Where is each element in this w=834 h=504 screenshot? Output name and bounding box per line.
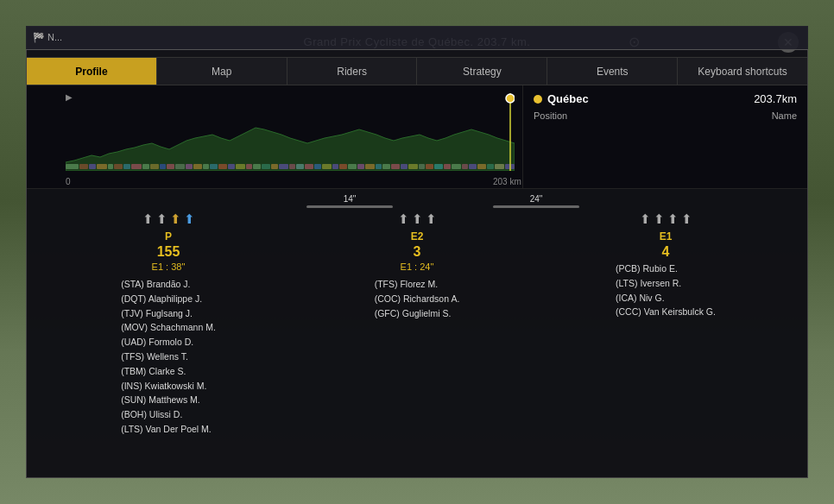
rider-entry: (TFS) Wellens T. [121, 350, 216, 364]
svg-rect-41 [419, 164, 425, 169]
rider-icon: ⬆ [426, 211, 437, 227]
svg-rect-37 [382, 164, 390, 169]
svg-rect-28 [305, 164, 313, 169]
svg-rect-23 [262, 164, 270, 169]
rider-entry: (STA) Brandão J. [121, 277, 216, 292]
group-E1: ⬆ ⬆ ⬆ ⬆ E1 4 (PCB) Rubio E. (LTS) Iverse… [605, 211, 726, 319]
svg-rect-36 [376, 164, 382, 169]
svg-rect-13 [175, 164, 185, 169]
svg-rect-20 [236, 164, 245, 169]
rider-icon: ⬆ [681, 211, 692, 227]
tab-map[interactable]: Map [157, 58, 287, 85]
svg-rect-3 [89, 164, 96, 169]
svg-rect-17 [210, 164, 218, 169]
rider-entry: (TBM) Clarke S. [121, 364, 216, 379]
tab-strategy[interactable]: Strategy [417, 58, 547, 85]
svg-rect-12 [167, 164, 174, 169]
main-window: Grand Prix Cycliste de Québec. 203.7 km.… [26, 26, 808, 478]
svg-rect-22 [253, 164, 261, 169]
rider-icon: ⬆ [156, 211, 167, 227]
rider-entry: (LTS) Iversen R. [616, 276, 716, 291]
group-E1-type: E1 [660, 230, 673, 243]
svg-rect-5 [108, 164, 113, 169]
svg-rect-25 [279, 164, 288, 169]
svg-rect-35 [365, 164, 375, 169]
rider-icon: ⬆ [654, 211, 665, 227]
rider-entry: (UAD) Formolo D. [121, 335, 216, 350]
location-dot-icon [534, 95, 542, 104]
group-P-riders: (STA) Brandão J. (DQT) Alaphilippe J. (T… [121, 277, 216, 437]
svg-rect-1 [66, 164, 79, 169]
svg-rect-10 [150, 164, 159, 169]
svg-rect-42 [426, 164, 433, 169]
rider-entry: (SUN) Matthews M. [121, 393, 216, 407]
svg-rect-30 [322, 164, 332, 169]
svg-rect-7 [123, 164, 130, 169]
profile-chart: ▶ 0 203 km Québec 203.7km Position Name [27, 85, 807, 189]
svg-rect-27 [296, 164, 304, 169]
content-area: ▶ 0 203 km Québec 203.7km Position Name [27, 85, 807, 477]
rider-icon: ⬆ [170, 211, 181, 227]
gap-14-label: 14" [344, 194, 357, 204]
svg-rect-33 [348, 164, 357, 169]
svg-rect-32 [339, 164, 347, 169]
svg-rect-40 [408, 164, 418, 169]
rider-icon: ⬆ [667, 211, 679, 227]
rider-entry: (ICA) Niv G. [616, 291, 716, 306]
svg-rect-50 [495, 164, 504, 169]
rider-icon: ⬆ [398, 211, 409, 227]
svg-rect-6 [114, 164, 123, 169]
svg-rect-31 [332, 164, 338, 169]
svg-rect-39 [401, 164, 408, 169]
rider-entry: (MOV) Schachmann M. [121, 320, 216, 335]
tab-keyboard[interactable]: Keyboard shortcuts [678, 58, 807, 85]
svg-rect-14 [186, 164, 193, 169]
svg-rect-38 [391, 164, 400, 169]
group-E2-count: 3 [414, 244, 421, 260]
svg-rect-26 [289, 164, 295, 169]
col-position-header: Position [534, 110, 567, 121]
svg-rect-34 [357, 164, 364, 169]
rider-icon: ⬆ [184, 211, 195, 227]
gap-24-label: 24" [530, 194, 543, 204]
svg-rect-29 [314, 164, 321, 169]
group-E2-time: E1 : 24" [401, 261, 434, 272]
rider-icon: ⬆ [142, 211, 154, 227]
svg-rect-43 [434, 164, 443, 169]
svg-rect-16 [203, 164, 209, 169]
tab-events[interactable]: Events [547, 58, 678, 85]
location-name: Québec [547, 92, 589, 105]
rider-entry: (LTS) Van Der Poel M. [121, 422, 216, 437]
group-P: ⬆ ⬆ ⬆ ⬆ P 155 E1 : 38" (STA) Brandão J. … [108, 211, 229, 437]
gap-24-bar [493, 205, 579, 208]
terrain-svg [66, 93, 515, 171]
group-E2-type: E2 [411, 230, 424, 243]
location-panel: Québec 203.7km Position Name [522, 85, 807, 188]
rider-icon: ⬆ [640, 211, 651, 227]
km-end: 203 km [493, 177, 521, 186]
svg-rect-47 [469, 164, 477, 169]
svg-rect-4 [97, 164, 107, 169]
rider-entry: (GFC) Guglielmi S. [375, 306, 460, 321]
top-bar: 🏁 N... [26, 26, 808, 50]
rider-entry: (PCB) Rubio E. [616, 261, 716, 276]
group-E1-riders: (PCB) Rubio E. (LTS) Iversen R. (ICA) Ni… [616, 261, 716, 319]
location-distance: 203.7km [754, 92, 797, 105]
rider-entry: (CCC) Van Keirsbulck G. [616, 305, 716, 319]
svg-rect-2 [79, 164, 88, 169]
svg-rect-24 [271, 164, 278, 169]
svg-rect-45 [452, 164, 461, 169]
svg-point-53 [506, 94, 515, 103]
group-P-count: 155 [157, 244, 180, 260]
group-E1-count: 4 [662, 244, 670, 260]
tab-riders[interactable]: Riders [287, 58, 418, 85]
km-start: 0 [66, 177, 71, 186]
rider-entry: (TFS) Florez M. [375, 277, 460, 292]
svg-rect-46 [462, 164, 468, 169]
tab-profile[interactable]: Profile [27, 58, 157, 85]
svg-rect-21 [246, 164, 252, 169]
svg-rect-49 [487, 164, 494, 169]
svg-rect-44 [444, 164, 451, 169]
rider-entry: (INS) Kwiatkowski M. [121, 379, 216, 394]
svg-rect-19 [228, 164, 235, 169]
